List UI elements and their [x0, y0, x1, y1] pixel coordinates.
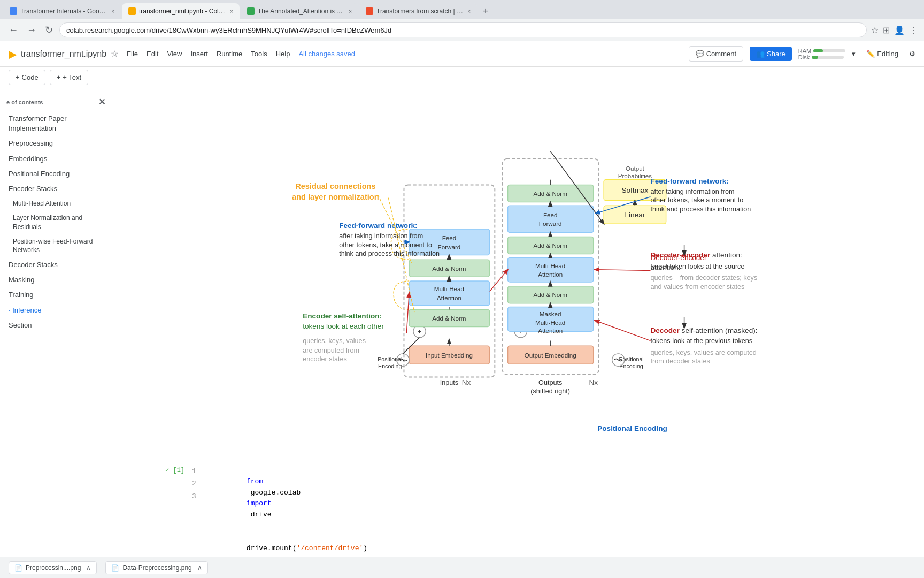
- svg-text:Output Embedding: Output Embedding: [525, 352, 576, 359]
- menu-runtime[interactable]: Runtime: [217, 50, 242, 58]
- menu-insert[interactable]: Insert: [190, 50, 208, 58]
- sidebar-item-transformer-paper[interactable]: Transformer Paper Implementation: [0, 111, 112, 136]
- comment-button[interactable]: 💬 Comment: [689, 46, 743, 62]
- ram-label: RAM: [798, 48, 811, 54]
- menu-edit[interactable]: Edit: [147, 50, 158, 58]
- reload-button[interactable]: ↻: [43, 22, 55, 38]
- svg-text:queries, keys, values are comp: queries, keys, values are computed: [651, 349, 757, 356]
- file-icon-1: 📄: [14, 564, 22, 572]
- plus-icon: +: [16, 73, 20, 81]
- sidebar-pre-title: e of contents: [6, 99, 43, 105]
- keyword-from: from: [247, 477, 263, 485]
- tab-google[interactable]: Transformer Internals - Google... ×: [3, 3, 121, 19]
- sidebar-item-training[interactable]: Training: [0, 287, 112, 302]
- star-icon[interactable]: ☆: [111, 49, 118, 59]
- file-badge-1[interactable]: 📄 Preprocessin....png ∧: [9, 561, 97, 574]
- svg-text:Feed-forward network:: Feed-forward network:: [339, 222, 417, 230]
- menu-icon[interactable]: ⋮: [909, 25, 918, 35]
- sidebar-item-multihead[interactable]: Multi-Head Attention: [0, 196, 112, 211]
- svg-text:Output: Output: [626, 165, 645, 172]
- close-paren: ): [363, 544, 367, 552]
- diagram-cell: Nx Input Embedding Positional Encoding +: [144, 104, 892, 460]
- share-icon: 👥: [756, 50, 765, 58]
- svg-text:other tokens, take a moment to: other tokens, take a moment to: [651, 196, 744, 204]
- svg-text:Feed: Feed: [543, 211, 558, 218]
- sidebar-item-embeddings[interactable]: Embeddings: [0, 151, 112, 166]
- svg-text:Multi-Head: Multi-Head: [434, 285, 464, 292]
- sidebar-item-positional-encoding[interactable]: Positional Encoding: [0, 166, 112, 181]
- file-name-2: Data-Preprocessing.png: [122, 564, 191, 572]
- svg-text:and values from encoder states: and values from encoder states: [651, 283, 745, 291]
- svg-text:encoder states: encoder states: [303, 355, 347, 363]
- comment-label: Comment: [706, 50, 736, 58]
- notebook-header: ▶ transformer_nmt.ipynb ☆ File Edit View…: [0, 41, 924, 67]
- tab-close-annotated[interactable]: ×: [349, 9, 352, 14]
- colab-favicon: [128, 7, 136, 15]
- sidebar-close-button[interactable]: ✕: [98, 97, 105, 107]
- share-button[interactable]: 👥 Share: [750, 47, 792, 61]
- svg-text:Linear: Linear: [625, 211, 645, 219]
- sidebar-item-masking[interactable]: Masking: [0, 272, 112, 287]
- sidebar-item-layer-norm[interactable]: Layer Normalization and Residuals: [0, 211, 112, 234]
- forward-button[interactable]: →: [25, 22, 38, 38]
- svg-text:Add & Norm: Add & Norm: [432, 315, 466, 322]
- url-input[interactable]: colab.research.google.com/drive/18CwWxbn…: [59, 22, 867, 37]
- sidebar-item-label: Embeddings: [9, 155, 47, 163]
- svg-text:after taking information from: after taking information from: [651, 188, 735, 195]
- svg-text:Feed: Feed: [442, 234, 457, 241]
- sidebar-item-section[interactable]: Section: [0, 318, 112, 333]
- svg-rect-38: [508, 257, 594, 282]
- back-button[interactable]: ←: [6, 22, 20, 38]
- tab-label-colab: transformer_nmt.ipynb - Colab...: [139, 7, 227, 15]
- editing-button[interactable]: ✏️ Editing: [862, 48, 903, 60]
- menu-file[interactable]: File: [127, 50, 138, 58]
- menu-tools[interactable]: Tools: [251, 50, 267, 58]
- svg-text:Outputs: Outputs: [538, 379, 562, 386]
- svg-text:queries, keys, values: queries, keys, values: [303, 337, 366, 345]
- svg-text:Forward: Forward: [438, 244, 461, 250]
- menu-view[interactable]: View: [167, 50, 182, 58]
- menu-help[interactable]: Help: [276, 50, 290, 58]
- header-right: 💬 Comment 👥 Share RAM Disk ▾ ✏️ Editing …: [689, 46, 915, 62]
- file-close-1[interactable]: ∧: [86, 564, 91, 572]
- svg-text:Decoder self-attention (masked: Decoder self-attention (masked):: [651, 326, 758, 334]
- add-code-button[interactable]: + Code: [9, 70, 45, 85]
- sidebar-item-preprocessing[interactable]: Preprocessing: [0, 136, 112, 151]
- profile-icon[interactable]: 👤: [894, 25, 905, 35]
- url-text: colab.research.google.com/drive/18CwWxbn…: [66, 26, 391, 34]
- line-numbers: 1 2 3: [192, 465, 196, 503]
- disk-label: Disk: [798, 54, 810, 60]
- dropdown-icon[interactable]: ▾: [852, 50, 856, 58]
- diagram-svg: Nx Input Embedding Positional Encoding +: [165, 104, 871, 458]
- tab-annotated[interactable]: The Annotated_Attention is All... ×: [241, 3, 358, 19]
- sidebar-item-inference[interactable]: · Inference: [0, 303, 112, 318]
- tab-close-colab[interactable]: ×: [230, 9, 233, 14]
- svg-text:from decoder states: from decoder states: [651, 358, 710, 365]
- bookmark-icon[interactable]: ☆: [871, 25, 879, 35]
- svg-text:Positional Encoding: Positional Encoding: [597, 424, 667, 432]
- sidebar-item-label: · Inference: [9, 306, 41, 314]
- extension-icon[interactable]: ⊞: [883, 25, 890, 35]
- svg-text:+: +: [418, 328, 422, 336]
- code-label: Code: [22, 73, 38, 81]
- svg-text:Masked: Masked: [540, 310, 561, 317]
- cell-execution-status: ✓ [1]: [165, 465, 192, 474]
- editing-label: Editing: [877, 50, 898, 58]
- sidebar-item-label: Multi-Head Attention: [13, 200, 71, 207]
- file-badge-2[interactable]: 📄 Data-Preprocessing.png ∧: [105, 561, 207, 574]
- add-text-button[interactable]: + + Text: [50, 70, 88, 85]
- sidebar-item-encoder-stacks[interactable]: Encoder Stacks: [0, 181, 112, 196]
- tab-close-google[interactable]: ×: [111, 9, 114, 14]
- tab-label-pytorch: Transformers from scratch | pete...: [376, 7, 464, 15]
- sidebar-item-poswise-ffn[interactable]: Position-wise Feed-Forward Networks: [0, 234, 112, 258]
- tab-pytorch[interactable]: Transformers from scratch | pete... ×: [359, 3, 477, 19]
- file-icon-2: 📄: [111, 564, 119, 572]
- sidebar-item-decoder-stacks[interactable]: Decoder Stacks: [0, 257, 112, 272]
- new-tab-button[interactable]: +: [478, 4, 493, 19]
- svg-rect-14: [409, 281, 489, 306]
- address-icons: ☆ ⊞ 👤 ⋮: [871, 25, 918, 35]
- tab-close-pytorch[interactable]: ×: [467, 9, 471, 14]
- settings-icon[interactable]: ⚙: [909, 50, 915, 58]
- tab-colab[interactable]: transformer_nmt.ipynb - Colab... ×: [122, 3, 240, 19]
- file-close-2[interactable]: ∧: [197, 564, 202, 572]
